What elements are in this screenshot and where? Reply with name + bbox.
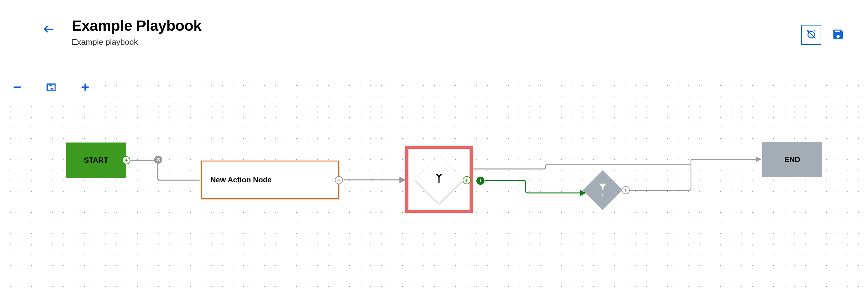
filter-icon [598, 187, 607, 192]
plus-icon [80, 81, 90, 95]
start-node-label: START [84, 156, 108, 165]
back-button[interactable] [42, 23, 56, 37]
start-node[interactable]: START [66, 143, 126, 178]
filter-output-port[interactable]: + [622, 186, 630, 194]
condition-output-port[interactable]: + [463, 176, 471, 184]
end-node-label: END [784, 155, 800, 164]
condition-true-port[interactable]: T [476, 176, 485, 185]
zoom-in-button[interactable] [78, 81, 93, 96]
minus-icon [12, 81, 23, 95]
zoom-out-button[interactable] [10, 81, 25, 96]
timer-off-button[interactable] [801, 25, 821, 45]
action-node[interactable]: New Action Node [201, 160, 339, 199]
zoom-fit-button[interactable] [44, 81, 59, 96]
page-title: Example Playbook [72, 17, 202, 34]
save-button[interactable] [830, 27, 846, 43]
end-node[interactable]: END [762, 142, 822, 177]
filter-node[interactable]: 1 [583, 170, 622, 210]
start-output-port[interactable]: + [122, 156, 130, 164]
action-node-label: New Action Node [211, 176, 272, 184]
connector-delete-button[interactable]: ✕ [154, 155, 162, 164]
svg-line-4 [814, 30, 816, 32]
action-output-port[interactable]: + [335, 176, 343, 184]
alarm-off-icon [806, 29, 817, 41]
close-icon: ✕ [156, 156, 161, 163]
page-subtitle: Example playbook [72, 37, 202, 47]
save-icon [832, 28, 844, 42]
branch-icon [433, 172, 445, 186]
filter-count: 1 [598, 193, 607, 198]
fit-screen-icon [46, 81, 56, 95]
true-label: T [479, 178, 482, 184]
zoom-controls [0, 70, 102, 106]
